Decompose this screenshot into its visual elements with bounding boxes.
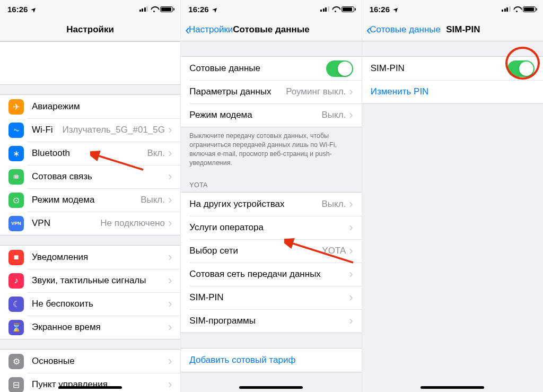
status-bar: 16:26	[0, 0, 180, 18]
row-label: Не беспокоить	[32, 299, 168, 309]
cellular-data-toggle[interactable]	[326, 60, 353, 77]
row-bluetooth[interactable]: ∗BluetoothВкл.›	[0, 142, 180, 165]
chevron-right-icon: ›	[168, 147, 172, 159]
row-label: Основные	[32, 356, 168, 367]
signal-icon	[139, 6, 148, 12]
chevron-right-icon: ›	[168, 251, 172, 263]
row-label: Услуги оператора	[189, 222, 349, 233]
row-sounds[interactable]: ♪Звуки, тактильные сигналы›	[0, 269, 180, 292]
airplane-icon: ✈	[8, 99, 24, 115]
row-detail: Роуминг выкл.	[286, 86, 346, 97]
row-label: Сотовая связь	[32, 171, 168, 182]
row-wifi[interactable]: ⏦Wi-FiИзлучатель_5G_#01_5G›	[0, 118, 180, 142]
row-add-plan[interactable]: Добавить сотовый тариф	[181, 349, 361, 372]
location-icon	[211, 5, 217, 14]
row-vpn[interactable]: VPNVPNНе подключено›	[0, 212, 180, 235]
row-label: Режим модема	[189, 110, 321, 120]
chevron-right-icon: ›	[168, 355, 172, 367]
section-header-yota: YOTA	[181, 172, 361, 192]
row-cellular[interactable]: ⩩Сотовая связь›	[0, 165, 180, 188]
row-network-selection[interactable]: Выбор сетиYOTA›	[181, 239, 361, 263]
nav-header: Настройки	[0, 18, 180, 41]
status-bar: 16:26	[181, 0, 361, 18]
location-icon	[30, 5, 36, 14]
chevron-right-icon: ›	[168, 379, 172, 390]
page-title: Сотовые данные	[233, 24, 310, 35]
row-label: Изменить PIN	[371, 86, 535, 97]
chevron-right-icon: ›	[349, 292, 353, 303]
location-icon	[392, 5, 398, 14]
home-indicator[interactable]	[58, 386, 122, 389]
chevron-right-icon: ›	[349, 245, 353, 257]
back-button[interactable]: ‹Сотовые данные	[366, 23, 441, 37]
row-screentime[interactable]: ⌛Экранное время›	[0, 316, 180, 339]
row-hotspot[interactable]: ⊙Режим модемаВыкл.›	[0, 188, 180, 212]
sim-pin-toggle-toggle[interactable]	[507, 60, 535, 77]
page-title: SIM-PIN	[446, 24, 480, 35]
row-general[interactable]: ⚙Основные›	[0, 350, 180, 373]
wifi-icon: ⏦	[8, 123, 24, 138]
row-personal-hotspot[interactable]: Режим модемаВыкл.›	[181, 103, 361, 127]
row-detail: YOTA	[322, 246, 346, 256]
status-time: 16:26	[188, 5, 208, 14]
battery-icon	[341, 6, 354, 12]
row-controlcenter[interactable]: ⊟Пункт управления›	[0, 373, 180, 392]
chevron-right-icon: ›	[168, 171, 172, 182]
chevron-right-icon: ›	[168, 217, 172, 229]
row-detail: Выкл.	[321, 199, 346, 210]
row-label: Wi-Fi	[32, 125, 62, 135]
row-label: Выбор сети	[189, 246, 322, 256]
vpn-icon: VPN	[8, 216, 24, 231]
row-label: На других устройствах	[189, 199, 321, 210]
signal-icon	[320, 6, 329, 12]
nav-header: ‹Настройки Сотовые данные	[181, 18, 361, 41]
wifi-icon	[513, 6, 521, 12]
status-time: 16:26	[7, 5, 28, 14]
wifi-icon	[331, 6, 339, 12]
row-carrier-services[interactable]: Услуги оператора›	[181, 216, 361, 239]
row-cellular-network[interactable]: Сотовая сеть передачи данных›	[181, 263, 361, 286]
row-label: SIM-программы	[189, 316, 349, 326]
chevron-right-icon: ›	[349, 268, 353, 280]
sounds-icon: ♪	[8, 273, 24, 289]
screentime-icon: ⌛	[8, 320, 24, 335]
status-bar: 16:26	[362, 0, 543, 18]
row-detail: Не подключено	[100, 218, 165, 229]
chevron-right-icon: ›	[168, 124, 172, 136]
row-notifications[interactable]: ■Уведомления›	[0, 246, 180, 269]
battery-icon	[160, 6, 173, 12]
row-label: Уведомления	[32, 252, 168, 263]
row-sim-apps[interactable]: SIM-программы›	[181, 309, 361, 333]
row-label: Bluetooth	[32, 148, 147, 159]
dnd-icon: ☾	[8, 297, 24, 312]
row-label: Параметры данных	[189, 86, 286, 97]
chevron-right-icon: ›	[168, 321, 172, 333]
page-title: Настройки	[66, 24, 114, 35]
general-icon: ⚙	[8, 354, 24, 369]
home-indicator[interactable]	[239, 386, 303, 389]
account-block[interactable]	[0, 41, 180, 85]
cellular-icon: ⩩	[8, 169, 24, 185]
chevron-right-icon: ›	[168, 298, 172, 310]
row-airplane[interactable]: ✈Авиарежим	[0, 95, 180, 118]
row-label: Сотовая сеть передачи данных	[189, 269, 349, 280]
row-other-devices[interactable]: На других устройствахВыкл.›	[181, 193, 361, 216]
back-button[interactable]: ‹Настройки	[185, 23, 233, 37]
status-icons	[320, 6, 354, 12]
row-label: Добавить сотовый тариф	[189, 355, 353, 365]
row-change-pin[interactable]: Изменить PIN	[362, 80, 543, 103]
chevron-right-icon: ›	[168, 194, 172, 206]
row-label: Экранное время	[32, 322, 168, 333]
battery-icon	[523, 6, 536, 12]
row-detail: Вкл.	[147, 148, 165, 159]
chevron-right-icon: ›	[349, 315, 353, 327]
wifi-icon	[150, 6, 158, 12]
row-dnd[interactable]: ☾Не беспокоить›	[0, 292, 180, 316]
bluetooth-icon: ∗	[8, 146, 24, 161]
row-sim-pin[interactable]: SIM-PIN›	[181, 286, 361, 309]
row-sim-pin-toggle: SIM-PIN	[362, 57, 543, 80]
row-data-options[interactable]: Параметры данныхРоуминг выкл.›	[181, 80, 361, 103]
row-label: SIM-PIN	[371, 63, 507, 74]
home-indicator[interactable]	[421, 386, 484, 389]
sim-pin-pane: 16:26 ‹Сотовые данные SIM-PIN SIM-PINИзм…	[362, 0, 543, 392]
